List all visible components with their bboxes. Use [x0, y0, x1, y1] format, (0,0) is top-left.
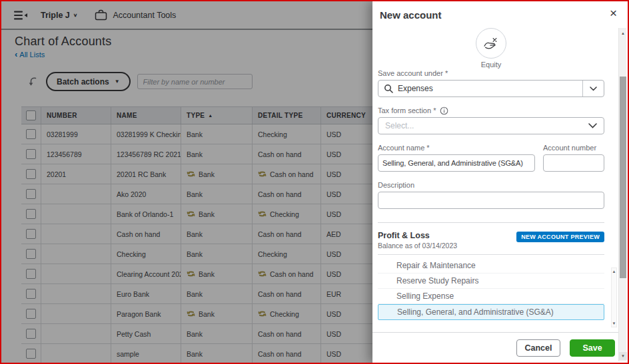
tax-form-section-field: Tax form section * Select...	[378, 106, 604, 134]
scroll-down-icon[interactable]: ▼	[612, 320, 616, 327]
preview-list-item[interactable]: Selling Expense	[378, 289, 604, 304]
description-label: Description	[378, 180, 604, 190]
new-account-preview-badge: NEW ACCOUNT PREVIEW	[516, 232, 604, 242]
account-type-equity-button[interactable]	[476, 28, 506, 59]
scroll-up-icon[interactable]: ▲	[612, 268, 616, 275]
account-name-field: Account name *	[378, 143, 535, 172]
preview-balance-date: Balance as of 03/14/2023	[378, 242, 516, 250]
account-type-carousel: Equity	[378, 28, 604, 69]
drawer-header: New account ×	[372, 1, 628, 27]
preview-list-item[interactable]: Repair & Maintenance	[378, 262, 604, 273]
cancel-button[interactable]: Cancel	[516, 339, 560, 357]
scrollbar-up-icon[interactable]: ▲	[619, 29, 627, 37]
preview-list-item[interactable]: Selling, General, and Administrative (SG…	[378, 304, 604, 320]
drawer-footer: Cancel Save	[372, 332, 618, 363]
account-type-label: Equity	[378, 61, 604, 69]
new-account-drawer: New account × Equity Save account under …	[372, 1, 628, 363]
scrollbar-down-icon[interactable]: ▼	[619, 352, 627, 360]
account-number-input[interactable]	[543, 154, 604, 172]
combobox-chevron[interactable]	[582, 81, 604, 96]
save-account-under-combobox[interactable]: Expenses	[378, 80, 604, 97]
search-icon	[384, 84, 393, 93]
save-account-under-value: Expenses	[398, 84, 582, 93]
scrollbar-thumb[interactable]	[620, 77, 626, 278]
account-name-label: Account name *	[378, 143, 535, 152]
tax-form-section-label: Tax form section *	[378, 106, 436, 114]
save-account-under-field: Save account under * Expenses	[378, 69, 604, 97]
description-input[interactable]	[378, 192, 604, 209]
preview-list-item[interactable]: Reserve Study Repairs	[378, 273, 604, 289]
preview-title: Profit & Loss	[378, 231, 516, 240]
close-icon[interactable]: ×	[610, 7, 617, 20]
save-account-under-label: Save account under *	[378, 69, 604, 78]
tax-form-section-select[interactable]: Select...	[378, 117, 604, 134]
tax-form-placeholder: Select...	[385, 121, 588, 130]
description-field: Description	[378, 180, 604, 209]
account-number-label: Account number	[543, 143, 604, 152]
section-divider	[378, 222, 604, 223]
drawer-scrollbar[interactable]: ▲ ▼	[618, 28, 626, 361]
save-button[interactable]: Save	[570, 339, 615, 357]
preview-header: Profit & Loss Balance as of 03/14/2023 N…	[378, 231, 604, 250]
drawer-title: New account	[380, 9, 442, 21]
info-icon[interactable]	[440, 106, 448, 115]
equity-hand-icon	[482, 37, 500, 51]
select-chevron-icon	[588, 123, 597, 128]
preview-account-list: Repair & MaintenanceReserve Study Repair…	[378, 262, 604, 325]
app-window: Triple J ∨ Accountant Tools Chart of Acc…	[0, 0, 629, 364]
account-number-field: Account number	[543, 143, 604, 172]
preview-list-scrollbar[interactable]: ▲ ▼	[611, 268, 617, 327]
drawer-body: Equity Save account under * Expenses Tax…	[378, 27, 604, 331]
account-name-input[interactable]	[378, 154, 535, 172]
preview-divider	[378, 254, 604, 255]
